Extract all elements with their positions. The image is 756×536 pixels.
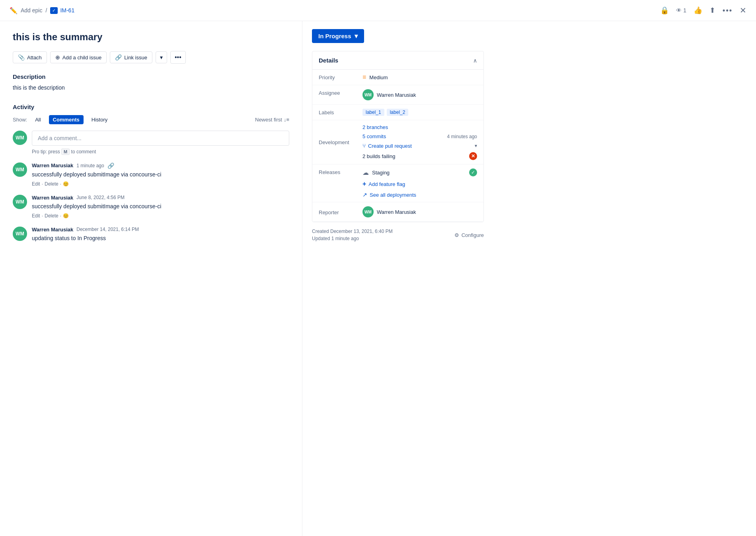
issue-id[interactable]: ✓ IM-61 xyxy=(50,7,74,14)
chevron-down-icon: ▾ xyxy=(160,54,163,61)
builds-fail-icon[interactable]: ✕ xyxy=(469,152,477,160)
staging-name[interactable]: ☁ Staging xyxy=(362,169,390,176)
add-feature-flag-button[interactable]: + Add feature flag xyxy=(362,180,477,188)
add-child-label: Add a child issue xyxy=(62,55,101,61)
delete-comment-button[interactable]: Delete xyxy=(45,181,58,187)
status-button[interactable]: In Progress ▾ xyxy=(312,29,364,43)
share-button[interactable]: ⬆ xyxy=(709,6,715,15)
lock-icon: 🔒 xyxy=(660,6,669,15)
comment-input-row: WM Add a comment... xyxy=(13,131,289,146)
newest-first-toggle[interactable]: Newest first ↓≡ xyxy=(255,117,289,123)
comment-item: WM Warren Marusiak 1 minute ago 🔗 succes… xyxy=(13,162,289,187)
reporter-avatar: WM xyxy=(362,206,374,217)
thumbsup-button[interactable]: 👍 xyxy=(694,6,702,15)
label-tag-1[interactable]: label_1 xyxy=(362,109,384,116)
configure-label: Configure xyxy=(462,232,484,238)
cloud-icon: ☁ xyxy=(362,169,369,176)
comment-body: Warren Marusiak 1 minute ago 🔗 successfu… xyxy=(32,162,289,187)
top-bar-actions: 🔒 👁 1 👍 ⬆ ••• ✕ xyxy=(660,6,746,15)
comment-author: Warren Marusiak xyxy=(32,162,73,168)
comment-body: Warren Marusiak June 8, 2022, 4:56 PM su… xyxy=(32,195,289,219)
more-actions-button[interactable]: ••• xyxy=(170,51,186,64)
assignee-value[interactable]: WM Warren Marusiak xyxy=(362,89,477,100)
react-button[interactable]: 😊 xyxy=(63,181,69,187)
development-row: Development 2 branches 5 commits 4 minut… xyxy=(319,124,477,160)
branches-item[interactable]: 2 branches xyxy=(362,124,477,130)
assignee-avatar: WM xyxy=(362,89,374,100)
pr-icon: ⑂ xyxy=(362,143,366,149)
avatar: WM xyxy=(13,195,27,209)
created-date: Created December 13, 2021, 6:40 PM xyxy=(312,229,393,234)
development-section: Development 2 branches 5 commits 4 minut… xyxy=(312,120,483,164)
attach-button[interactable]: 📎 Attach xyxy=(13,51,47,63)
comment-text: successfully deployed submitImage via co… xyxy=(32,170,289,179)
close-button[interactable]: ✕ xyxy=(740,6,746,15)
reporter-name: Warren Marusiak xyxy=(377,209,416,215)
more-button[interactable]: ••• xyxy=(723,6,733,15)
filter-all-button[interactable]: All xyxy=(31,115,45,124)
see-all-deployments-button[interactable]: ↗ See all deployments xyxy=(362,192,477,198)
comment-input[interactable]: Add a comment... xyxy=(32,131,289,146)
issue-summary: this is the summary xyxy=(13,31,289,43)
link-icon: 🔗 xyxy=(115,54,122,61)
more-actions-icon: ••• xyxy=(175,54,181,61)
comment-meta: Warren Marusiak December 14, 2021, 6:14 … xyxy=(32,227,289,233)
delete-comment-button[interactable]: Delete xyxy=(45,213,58,219)
labels-row: Labels label_1 label_2 xyxy=(312,105,483,120)
lock-button[interactable]: 🔒 xyxy=(660,6,669,15)
filter-comments-button[interactable]: Comments xyxy=(49,115,84,124)
current-user-avatar: WM xyxy=(13,131,27,145)
configure-button[interactable]: ⚙ Configure xyxy=(454,232,484,238)
priority-row: Priority ≡ Medium xyxy=(312,70,483,85)
add-child-issue-button[interactable]: ⊕ Add a child issue xyxy=(50,51,107,63)
details-section: Details ∧ Priority ≡ Medium Assignee WM xyxy=(312,51,484,222)
avatar: WM xyxy=(13,162,27,177)
sort-icon: ↓≡ xyxy=(284,117,289,123)
link-issue-button[interactable]: 🔗 Link issue xyxy=(110,51,152,63)
filter-history-button[interactable]: History xyxy=(88,115,111,124)
watch-button[interactable]: 👁 1 xyxy=(676,7,686,14)
builds-failing-text: 2 builds failing xyxy=(362,153,395,159)
reporter-value[interactable]: WM Warren Marusiak xyxy=(362,206,477,217)
footer-dates: Created December 13, 2021, 6:40 PM Updat… xyxy=(312,229,393,241)
gear-icon: ⚙ xyxy=(454,232,459,238)
details-title: Details xyxy=(319,57,338,64)
close-icon: ✕ xyxy=(740,6,746,15)
edit-comment-button[interactable]: Edit xyxy=(32,213,40,219)
add-epic-link[interactable]: Add epic xyxy=(21,7,42,14)
comment-text: updating status to In Progress xyxy=(32,234,289,243)
share-icon: ⬆ xyxy=(709,6,715,15)
edit-comment-button[interactable]: Edit xyxy=(32,181,40,187)
comment-actions: Edit · Delete · 😊 xyxy=(32,213,289,219)
assignee-label: Assignee xyxy=(319,89,362,96)
avatar: WM xyxy=(13,227,27,241)
watch-icon: 👁 xyxy=(676,7,682,14)
arrow-icon: ↗ xyxy=(362,192,367,198)
main-content: this is the summary 📎 Attach ⊕ Add a chi… xyxy=(0,21,756,536)
commits-time: 4 minutes ago xyxy=(447,134,477,139)
breadcrumb: ✏️ Add epic / ✓ IM-61 xyxy=(10,7,74,14)
priority-label: Priority xyxy=(319,74,362,80)
labels-value: label_1 label_2 xyxy=(362,109,477,116)
issue-id-badge: ✓ xyxy=(50,7,58,14)
priority-icon: ≡ xyxy=(362,74,366,81)
comment-link-icon[interactable]: 🔗 xyxy=(107,162,114,169)
commits-count[interactable]: 5 commits xyxy=(362,133,386,139)
dropdown-button[interactable]: ▾ xyxy=(156,51,167,63)
development-values: 2 branches 5 commits 4 minutes ago ⑂ Cre… xyxy=(362,124,477,160)
comment-time: 1 minute ago xyxy=(76,163,104,168)
create-pr-button[interactable]: ⑂ Create pull request xyxy=(362,143,412,149)
plus-icon: + xyxy=(362,180,366,188)
comment-time: June 8, 2022, 4:56 PM xyxy=(76,195,125,200)
show-label: Show: xyxy=(13,117,27,123)
description-text: this is the description xyxy=(13,83,289,92)
labels-label: Labels xyxy=(319,109,362,115)
reporter-row: Reporter WM Warren Marusiak xyxy=(312,202,483,222)
comment-actions: Edit · Delete · 😊 xyxy=(32,181,289,187)
react-button[interactable]: 😊 xyxy=(63,213,69,219)
releases-section: Releases ☁ Staging ✓ + Add feature flag xyxy=(312,164,483,202)
comment-text: successfully deployed submitImage via co… xyxy=(32,202,289,211)
details-collapse-icon[interactable]: ∧ xyxy=(473,57,477,64)
top-bar: ✏️ Add epic / ✓ IM-61 🔒 👁 1 👍 ⬆ •• xyxy=(0,0,756,21)
label-tag-2[interactable]: label_2 xyxy=(387,109,409,116)
